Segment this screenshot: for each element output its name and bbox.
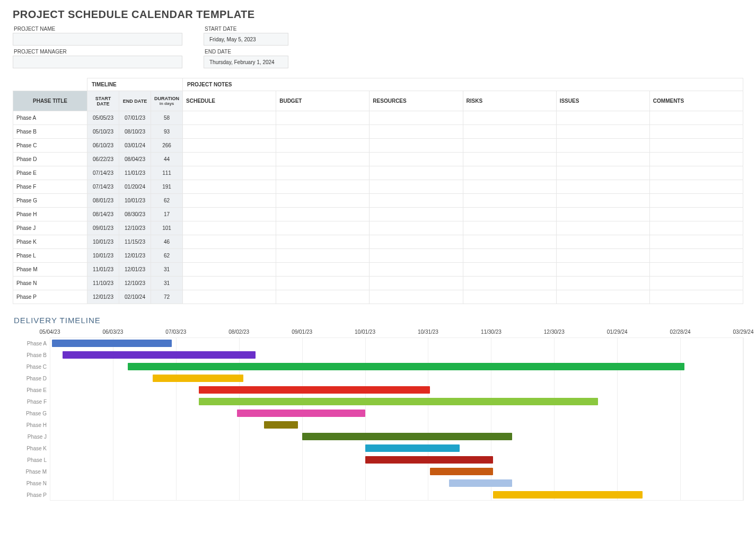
cell-start[interactable]: 11/10/23 [87, 277, 119, 290]
cell-start[interactable]: 05/10/23 [87, 125, 119, 139]
cell-resources[interactable] [370, 125, 463, 139]
cell-budget[interactable] [276, 125, 370, 139]
cell-budget[interactable] [276, 111, 370, 125]
cell-schedule[interactable] [183, 153, 276, 166]
cell-schedule[interactable] [183, 139, 276, 153]
cell-risks[interactable] [463, 249, 556, 263]
cell-end[interactable]: 08/10/23 [119, 125, 151, 139]
cell-end[interactable]: 11/01/23 [119, 166, 151, 180]
cell-resources[interactable] [370, 208, 463, 221]
cell-schedule[interactable] [183, 166, 276, 180]
cell-end[interactable]: 08/04/23 [119, 153, 151, 166]
cell-resources[interactable] [370, 180, 463, 194]
cell-resources[interactable] [370, 111, 463, 125]
cell-dur[interactable]: 31 [151, 277, 183, 290]
cell-start[interactable]: 06/22/23 [87, 153, 119, 166]
cell-schedule[interactable] [183, 277, 276, 290]
cell-comments[interactable] [649, 139, 743, 153]
cell-issues[interactable] [556, 290, 649, 304]
cell-comments[interactable] [649, 263, 743, 277]
cell-issues[interactable] [556, 194, 649, 208]
cell-budget[interactable] [276, 249, 370, 263]
cell-start[interactable]: 10/01/23 [87, 249, 119, 263]
cell-start[interactable]: 07/14/23 [87, 180, 119, 194]
cell-resources[interactable] [370, 153, 463, 166]
cell-comments[interactable] [649, 125, 743, 139]
cell-phase-name[interactable]: Phase L [13, 249, 87, 263]
cell-budget[interactable] [276, 139, 370, 153]
cell-schedule[interactable] [183, 208, 276, 221]
cell-start[interactable]: 09/01/23 [87, 221, 119, 235]
cell-risks[interactable] [463, 125, 556, 139]
cell-phase-name[interactable]: Phase B [13, 125, 87, 139]
cell-risks[interactable] [463, 166, 556, 180]
cell-start[interactable]: 07/14/23 [87, 166, 119, 180]
cell-resources[interactable] [370, 235, 463, 249]
cell-budget[interactable] [276, 221, 370, 235]
cell-dur[interactable]: 62 [151, 194, 183, 208]
cell-phase-name[interactable]: Phase G [13, 194, 87, 208]
cell-start[interactable]: 11/01/23 [87, 263, 119, 277]
cell-resources[interactable] [370, 221, 463, 235]
cell-phase-name[interactable]: Phase J [13, 221, 87, 235]
cell-risks[interactable] [463, 221, 556, 235]
cell-start[interactable]: 12/01/23 [87, 290, 119, 304]
cell-phase-name[interactable]: Phase A [13, 111, 87, 125]
cell-phase-name[interactable]: Phase K [13, 235, 87, 249]
cell-resources[interactable] [370, 290, 463, 304]
cell-resources[interactable] [370, 194, 463, 208]
cell-end[interactable]: 07/01/23 [119, 111, 151, 125]
cell-comments[interactable] [649, 290, 743, 304]
cell-budget[interactable] [276, 277, 370, 290]
cell-comments[interactable] [649, 221, 743, 235]
cell-dur[interactable]: 72 [151, 290, 183, 304]
cell-budget[interactable] [276, 263, 370, 277]
cell-end[interactable]: 02/10/24 [119, 290, 151, 304]
cell-start[interactable]: 08/14/23 [87, 208, 119, 221]
cell-dur[interactable]: 111 [151, 166, 183, 180]
cell-risks[interactable] [463, 180, 556, 194]
cell-comments[interactable] [649, 111, 743, 125]
value-start-date[interactable]: Friday, May 5, 2023 [204, 33, 288, 46]
cell-schedule[interactable] [183, 249, 276, 263]
cell-risks[interactable] [463, 139, 556, 153]
cell-budget[interactable] [276, 166, 370, 180]
cell-risks[interactable] [463, 263, 556, 277]
cell-end[interactable]: 03/01/24 [119, 139, 151, 153]
cell-dur[interactable]: 17 [151, 208, 183, 221]
cell-budget[interactable] [276, 180, 370, 194]
cell-issues[interactable] [556, 111, 649, 125]
cell-resources[interactable] [370, 277, 463, 290]
cell-issues[interactable] [556, 235, 649, 249]
cell-budget[interactable] [276, 235, 370, 249]
cell-schedule[interactable] [183, 235, 276, 249]
cell-risks[interactable] [463, 153, 556, 166]
cell-issues[interactable] [556, 180, 649, 194]
cell-schedule[interactable] [183, 221, 276, 235]
cell-issues[interactable] [556, 208, 649, 221]
cell-schedule[interactable] [183, 290, 276, 304]
cell-comments[interactable] [649, 194, 743, 208]
cell-issues[interactable] [556, 153, 649, 166]
cell-issues[interactable] [556, 249, 649, 263]
cell-issues[interactable] [556, 125, 649, 139]
cell-risks[interactable] [463, 111, 556, 125]
cell-dur[interactable]: 62 [151, 249, 183, 263]
cell-resources[interactable] [370, 263, 463, 277]
cell-budget[interactable] [276, 290, 370, 304]
cell-comments[interactable] [649, 208, 743, 221]
cell-phase-name[interactable]: Phase C [13, 139, 87, 153]
cell-end[interactable]: 01/20/24 [119, 180, 151, 194]
cell-end[interactable]: 12/01/23 [119, 249, 151, 263]
cell-issues[interactable] [556, 166, 649, 180]
cell-comments[interactable] [649, 166, 743, 180]
cell-comments[interactable] [649, 153, 743, 166]
cell-end[interactable]: 12/01/23 [119, 263, 151, 277]
cell-start[interactable]: 08/01/23 [87, 194, 119, 208]
cell-resources[interactable] [370, 166, 463, 180]
cell-issues[interactable] [556, 263, 649, 277]
cell-dur[interactable]: 191 [151, 180, 183, 194]
cell-end[interactable]: 12/10/23 [119, 277, 151, 290]
cell-resources[interactable] [370, 249, 463, 263]
cell-dur[interactable]: 46 [151, 235, 183, 249]
